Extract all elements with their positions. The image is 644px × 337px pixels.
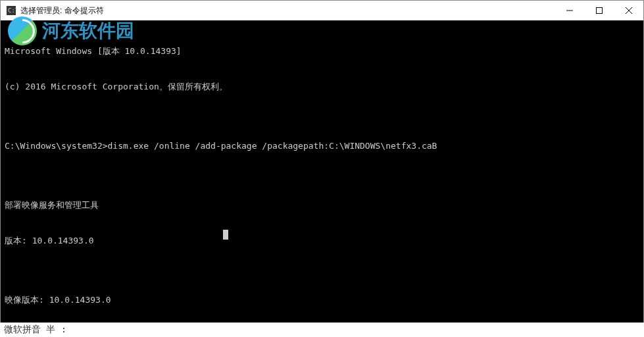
terminal-line: C:\Windows\system32>dism.exe /online /ad… bbox=[5, 140, 639, 152]
terminal-output[interactable]: Microsoft Windows [版本 10.0.14393] (c) 20… bbox=[1, 20, 643, 336]
titlebar[interactable]: C:\ 选择管理员: 命令提示符 bbox=[1, 1, 643, 20]
window-controls bbox=[555, 1, 643, 20]
terminal-line: 映像版本: 10.0.14393.0 bbox=[5, 294, 639, 306]
maximize-button[interactable] bbox=[584, 1, 614, 20]
cmd-icon: C:\ bbox=[6, 5, 16, 16]
terminal-line: 版本: 10.0.14393.0 bbox=[5, 235, 639, 247]
cmd-window: C:\ 选择管理员: 命令提示符 Microsoft Windows [版本 1… bbox=[0, 0, 644, 337]
window-title: 选择管理员: 命令提示符 bbox=[20, 5, 555, 16]
terminal-line: (c) 2016 Microsoft Corporation。保留所有权利。 bbox=[5, 81, 639, 93]
terminal-line: Microsoft Windows [版本 10.0.14393] bbox=[5, 45, 639, 57]
close-button[interactable] bbox=[614, 1, 643, 20]
minimize-button[interactable] bbox=[555, 1, 584, 20]
terminal-line: 部署映像服务和管理工具 bbox=[5, 199, 639, 211]
ime-status-bar: 微软拼音 半 : bbox=[0, 323, 644, 337]
svg-text:C:\: C:\ bbox=[8, 7, 16, 14]
ime-text: 微软拼音 半 : bbox=[4, 324, 66, 336]
cursor-icon bbox=[223, 230, 228, 240]
svg-rect-3 bbox=[596, 8, 602, 14]
